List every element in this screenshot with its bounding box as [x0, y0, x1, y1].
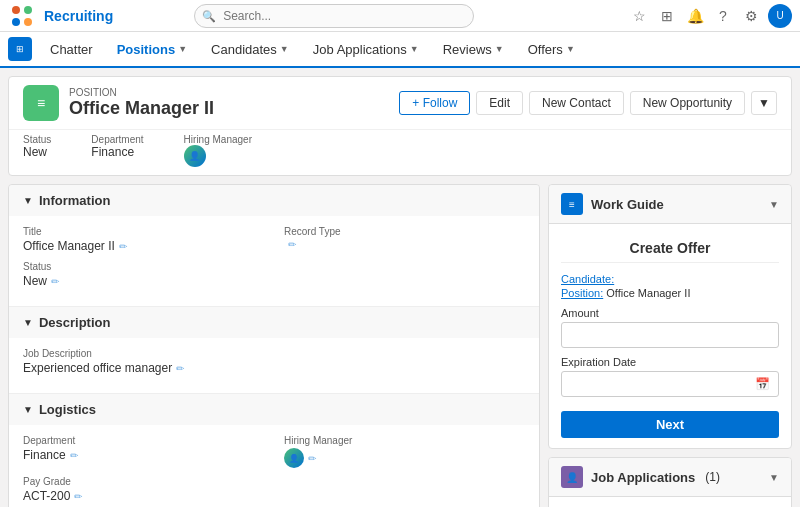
- logistics-section-body: Department Finance ✏ Hiring Manager 👤 ✏: [9, 425, 539, 507]
- search-input[interactable]: [194, 4, 474, 28]
- logistics-dept-value-row: Finance ✏: [23, 448, 264, 462]
- amount-field: Amount: [561, 307, 779, 348]
- logistics-chevron-icon: ▼: [23, 404, 33, 415]
- new-opportunity-button[interactable]: New Opportunity: [630, 91, 745, 115]
- search-icon: 🔍: [202, 9, 216, 22]
- logistics-section: ▼ Logistics Department Finance ✏: [9, 394, 539, 507]
- logistics-hiring-field: Hiring Manager 👤 ✏: [284, 435, 525, 468]
- logistics-dept-label: Department: [23, 435, 264, 446]
- nav-offers[interactable]: Offers ▼: [518, 31, 585, 67]
- nav-grid-icon: ⊞: [16, 44, 24, 54]
- nav-job-applications[interactable]: Job Applications ▼: [303, 31, 429, 67]
- settings-icon[interactable]: ⚙: [740, 5, 762, 27]
- next-button[interactable]: Next: [561, 411, 779, 438]
- description-chevron-icon: ▼: [23, 317, 33, 328]
- status-bar: Status New Department Finance Hiring Man…: [9, 129, 791, 175]
- department-label: Department: [91, 134, 143, 145]
- nav-reviews[interactable]: Reviews ▼: [433, 31, 514, 67]
- department-value: Finance: [91, 145, 143, 159]
- info-status-value: New: [23, 274, 47, 288]
- logistics-dept-value: Finance: [23, 448, 66, 462]
- info-status-value-row: New ✏: [23, 274, 525, 288]
- title-field: Title Office Manager II ✏: [23, 226, 264, 253]
- expiration-field: Expiration Date 📅: [561, 356, 779, 397]
- position-value: Office Manager II: [606, 287, 690, 299]
- more-actions-button[interactable]: ▼: [751, 91, 777, 115]
- logistics-section-label: Logistics: [39, 402, 96, 417]
- nav-candidates[interactable]: Candidates ▼: [201, 31, 299, 67]
- record-type-label: Position: [69, 87, 214, 98]
- job-desc-value-row: Experienced office manager ✏: [23, 361, 525, 375]
- amount-label: Amount: [561, 307, 779, 319]
- help-icon[interactable]: ?: [712, 5, 734, 27]
- star-icon[interactable]: ☆: [628, 5, 650, 27]
- logistics-section-header[interactable]: ▼ Logistics: [9, 394, 539, 425]
- record-type-icon: ≡: [23, 85, 59, 121]
- information-chevron-icon: ▼: [23, 195, 33, 206]
- hiring-manager-label: Hiring Manager: [184, 134, 252, 145]
- information-section-header[interactable]: ▼ Information: [9, 185, 539, 216]
- title-value: Office Manager II: [23, 239, 115, 253]
- svg-point-2: [12, 18, 20, 26]
- status-label: Status: [23, 134, 51, 145]
- job-applications-count: (1): [705, 470, 720, 484]
- info-status-label: Status: [23, 261, 525, 272]
- nav-positions[interactable]: Positions ▼: [107, 32, 197, 68]
- job-apps-collapse[interactable]: ▼: [769, 470, 779, 484]
- title-label: Title: [23, 226, 264, 237]
- info-field-row-2: Status New ✏: [23, 261, 525, 288]
- pay-grade-edit-icon[interactable]: ✏: [74, 491, 82, 502]
- expiration-label: Expiration Date: [561, 356, 779, 368]
- record-type-label: Record Type: [284, 226, 525, 237]
- left-panel: ▼ Information Title Office Manager II ✏: [8, 184, 540, 507]
- nav-chatter[interactable]: Chatter: [40, 31, 103, 67]
- expiration-date-input-wrapper[interactable]: 📅: [561, 371, 779, 397]
- record-type-edit-icon[interactable]: ✏: [288, 239, 296, 250]
- app-logo-icon: [8, 2, 36, 30]
- bell-icon[interactable]: 🔔: [684, 5, 706, 27]
- search-wrapper: 🔍: [194, 4, 474, 28]
- app-logo: [8, 2, 36, 30]
- job-apps-chevron-icon: ▼: [769, 472, 779, 483]
- pay-grade-label: Pay Grade: [23, 476, 525, 487]
- create-offer-title: Create Offer: [561, 234, 779, 263]
- reviews-chevron-icon: ▼: [495, 44, 504, 54]
- offers-chevron-icon: ▼: [566, 44, 575, 54]
- user-avatar-icon[interactable]: U: [768, 4, 792, 28]
- logistics-hiring-edit-icon[interactable]: ✏: [308, 453, 316, 464]
- work-guide-collapse[interactable]: ▼: [769, 197, 779, 211]
- new-contact-button[interactable]: New Contact: [529, 91, 624, 115]
- status-field: Status New: [23, 134, 51, 167]
- job-applications-chevron-icon: ▼: [410, 44, 419, 54]
- title-edit-icon[interactable]: ✏: [119, 241, 127, 252]
- top-bar: Recruiting 🔍 ☆ ⊞ 🔔 ? ⚙ U: [0, 0, 800, 32]
- candidate-link[interactable]: Candidate:: [561, 273, 614, 285]
- record-type-value-row: ✏: [284, 239, 525, 250]
- nav-app-icon: ⊞: [8, 37, 32, 61]
- description-section-label: Description: [39, 315, 111, 330]
- info-field-row-1: Title Office Manager II ✏ Record Type ✏: [23, 226, 525, 253]
- svg-point-3: [24, 18, 32, 26]
- department-field: Department Finance: [91, 134, 143, 167]
- expiration-date-input[interactable]: [570, 377, 755, 391]
- grid-icon[interactable]: ⊞: [656, 5, 678, 27]
- positions-chevron-icon: ▼: [178, 44, 187, 54]
- job-desc-value: Experienced office manager: [23, 361, 172, 375]
- status-value: New: [23, 145, 51, 159]
- description-section: ▼ Description Job Description Experience…: [9, 307, 539, 394]
- edit-button[interactable]: Edit: [476, 91, 523, 115]
- logistics-field-row-2: Pay Grade ACT-200 ✏: [23, 476, 525, 503]
- follow-button[interactable]: + Follow: [399, 91, 470, 115]
- info-status-edit-icon[interactable]: ✏: [51, 276, 59, 287]
- logistics-dept-edit-icon[interactable]: ✏: [70, 450, 78, 461]
- pay-grade-value: ACT-200: [23, 489, 70, 503]
- job-desc-edit-icon[interactable]: ✏: [176, 363, 184, 374]
- candidate-link-row: Candidate:: [561, 273, 779, 285]
- logistics-dept-field: Department Finance ✏: [23, 435, 264, 468]
- description-section-header[interactable]: ▼ Description: [9, 307, 539, 338]
- calendar-icon[interactable]: 📅: [755, 377, 770, 391]
- hiring-manager-avatar: 👤: [184, 145, 206, 167]
- position-label: Position:: [561, 287, 603, 299]
- work-guide-chevron-icon: ▼: [769, 199, 779, 210]
- amount-input[interactable]: [561, 322, 779, 348]
